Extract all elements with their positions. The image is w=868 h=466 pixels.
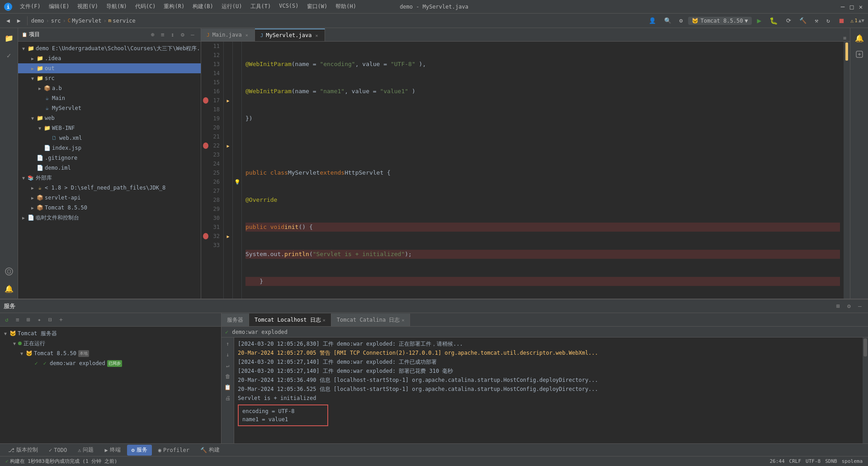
log-print-btn[interactable]: 🖨 — [223, 394, 232, 403]
tree-item-servletapi[interactable]: ▶ 📦 servlet-api — [18, 193, 201, 203]
ai-assistant-icon[interactable] — [851, 46, 868, 62]
back-button[interactable]: ◀ — [4, 15, 13, 27]
tree-item-main[interactable]: ▶ ☕ Main — [18, 93, 201, 103]
line-col-indicator[interactable]: 26:44 — [768, 458, 786, 464]
notifications-icon[interactable]: 🔔 — [1, 281, 17, 297]
close-button[interactable]: ✕ — [857, 3, 864, 10]
log-tab-server[interactable]: 服务器 — [222, 314, 249, 326]
localhost-tab-close[interactable]: ✕ — [323, 318, 326, 323]
hide-panel-btn[interactable]: — — [188, 30, 197, 39]
log-scrollbar[interactable] — [863, 338, 868, 443]
run-button[interactable]: ▶ — [755, 15, 764, 27]
tab-myservlet-close[interactable]: ✕ — [314, 33, 319, 38]
layout-indicator[interactable]: SDNB — [823, 458, 839, 464]
sort-btn[interactable]: ↕ — [168, 30, 177, 39]
menu-file[interactable]: 文件(F) — [16, 2, 44, 11]
menu-refactor[interactable]: 重构(R) — [160, 2, 188, 11]
commit-icon[interactable]: ✓ — [1, 47, 17, 63]
locate-file-btn[interactable]: ⊕ — [148, 30, 157, 39]
add-svc-btn[interactable]: + — [56, 315, 66, 325]
group-btn[interactable]: ⊞ — [24, 315, 33, 325]
tab-main-java[interactable]: J Main.java ✕ — [201, 29, 255, 41]
menu-view[interactable]: 视图(V) — [74, 2, 102, 11]
run-config-selector[interactable]: 🐱 Tomcat 8.5.50 ▼ — [688, 17, 751, 25]
tree-item-tomcat-lib[interactable]: ▶ 📦 Tomcat 8.5.50 — [18, 203, 201, 213]
log-content[interactable]: [2024-03-20 12:05:26,830] 工件 demo:war ex… — [234, 338, 863, 443]
menu-vcs[interactable]: VCS(S) — [275, 2, 302, 11]
menu-edit[interactable]: 编辑(E) — [45, 2, 73, 11]
tree-item-demoliml[interactable]: ▶ 📄 demo.iml — [18, 163, 201, 173]
btab-build[interactable]: 🔨 构建 — [196, 445, 224, 456]
collapse-all-btn[interactable]: ≡ — [158, 30, 167, 39]
tree-item-myservlet[interactable]: ▶ ☕ MyServlet — [18, 103, 201, 113]
settings-bottom-btn[interactable]: ⚙ — [844, 302, 854, 311]
maximize-button[interactable]: □ — [848, 3, 855, 10]
expand-panel-btn[interactable]: ⊞ — [834, 302, 843, 311]
tree-item-web[interactable]: ▼ 📁 web — [18, 113, 201, 123]
log-scroll-up-btn[interactable]: ↑ — [223, 339, 232, 348]
menu-tools[interactable]: 工具(T) — [247, 2, 275, 11]
svc-demo-war[interactable]: ▶ ✓ ✓ demo:war exploded 已同步 — [0, 358, 221, 368]
log-tab-catalina[interactable]: Tomcat Catalina 日志 ✕ — [331, 314, 410, 326]
bc-class[interactable]: C MyServlet — [68, 18, 102, 24]
rebuild-btn[interactable]: ⚒ — [812, 15, 821, 27]
update-btn[interactable]: ↻ — [824, 15, 833, 27]
forward-button[interactable]: ▶ — [14, 15, 24, 27]
tree-item-gitignore[interactable]: ▶ 📄 .gitignore — [18, 153, 201, 163]
log-copy-btn[interactable]: 📋 — [223, 383, 232, 392]
catalina-tab-close[interactable]: ✕ — [401, 318, 404, 323]
tree-item-out[interactable]: ▶ 📁 out — [18, 63, 201, 73]
menu-window[interactable]: 窗口(W) — [303, 2, 331, 11]
tab-myservlet-java[interactable]: J MyServlet.java ✕ — [255, 29, 325, 41]
copilot-icon[interactable] — [1, 263, 17, 280]
tree-item-demo[interactable]: ▼ 📁 demo E:\Undergraduate\School\Courses… — [18, 43, 201, 53]
tree-item-indexjsp[interactable]: ▶ 📄 index.jsp — [18, 143, 201, 153]
expand-svc-btn[interactable]: ⊟ — [45, 315, 55, 325]
menu-code[interactable]: 代码(C) — [132, 2, 160, 11]
svc-running[interactable]: ▼ 正在运行 — [0, 338, 221, 348]
code-content[interactable]: @WebInitParam(name = "encoding", value =… — [242, 42, 844, 299]
build-status[interactable]: ✓ 构建在 1秒983毫秒内成功完成 (1 分钟 之前) — [4, 456, 119, 466]
project-icon[interactable]: 📁 — [1, 30, 17, 46]
build-btn[interactable]: 🔨 — [797, 15, 809, 27]
btab-terminal[interactable]: ▶ 终端 — [100, 445, 125, 456]
settings-panel-btn[interactable]: ⚙ — [178, 30, 187, 39]
minimize-button[interactable]: ─ — [839, 3, 846, 10]
debug-button[interactable]: 🐛 — [767, 15, 781, 27]
btab-services[interactable]: ⚙ 服务 — [127, 445, 152, 456]
restart-btn[interactable]: ↺ — [2, 315, 12, 325]
settings-btn[interactable]: ⚙ — [677, 15, 686, 27]
btab-todo[interactable]: ✓ TODO — [44, 445, 71, 456]
menu-help[interactable]: 帮助(H) — [332, 2, 360, 11]
menu-run[interactable]: 运行(U) — [218, 2, 246, 11]
tree-item-src[interactable]: ▼ 📁 src — [18, 73, 201, 83]
tab-main-close[interactable]: ✕ — [245, 32, 249, 38]
btab-vcs[interactable]: ⎇ 版本控制 — [4, 445, 42, 456]
line-ending-indicator[interactable]: CRLF — [788, 458, 803, 464]
svc-tomcat-server[interactable]: ▼ 🐱 Tomcat 服务器 — [0, 328, 221, 338]
bc-method[interactable]: m service — [108, 18, 136, 24]
sync-btn[interactable]: ⟳ — [783, 15, 794, 27]
problems-indicator[interactable]: ⚠ 1 ▲▼ — [850, 18, 864, 24]
log-clear-btn[interactable]: 🗑 — [223, 372, 232, 381]
menu-build[interactable]: 构建(B) — [189, 2, 217, 11]
bc-src[interactable]: src — [51, 18, 61, 24]
log-wrap-btn[interactable]: ↵ — [223, 361, 232, 370]
search-everywhere-btn[interactable]: 🔍 — [661, 15, 674, 27]
encoding-indicator[interactable]: UTF-8 — [804, 458, 822, 464]
hide-bottom-btn[interactable]: — — [855, 302, 864, 311]
tree-item-ab[interactable]: ▶ 📦 a.b — [18, 83, 201, 93]
log-tab-localhost[interactable]: Tomcat Localhost 日志 ✕ — [249, 314, 331, 326]
tab-more-btn[interactable]: ≡ — [843, 35, 846, 41]
tree-item-jdk[interactable]: ▶ ☕ < 1.8 > D:\self_need_path_files\JDK_… — [18, 183, 201, 193]
profile-btn[interactable]: 👤 — [646, 15, 659, 27]
tree-item-scratch[interactable]: ▶ 📄 临时文件和控制台 — [18, 213, 201, 223]
tree-item-webxml[interactable]: ▶ 🗋 web.xml — [18, 133, 201, 143]
tree-item-webinf[interactable]: ▼ 📁 WEB-INF — [18, 123, 201, 133]
stop-button[interactable]: ⏹ — [835, 15, 848, 27]
btab-problems[interactable]: ⚠ 问题 — [73, 445, 98, 456]
log-scroll-down-btn[interactable]: ↓ — [223, 350, 232, 359]
svc-tomcat-8550[interactable]: ▼ 🐱 Tomcat 8.5.50 本地 — [0, 348, 221, 358]
notifications-right-icon[interactable]: 🔔 — [851, 30, 868, 46]
menu-navigate[interactable]: 导航(N) — [103, 2, 131, 11]
